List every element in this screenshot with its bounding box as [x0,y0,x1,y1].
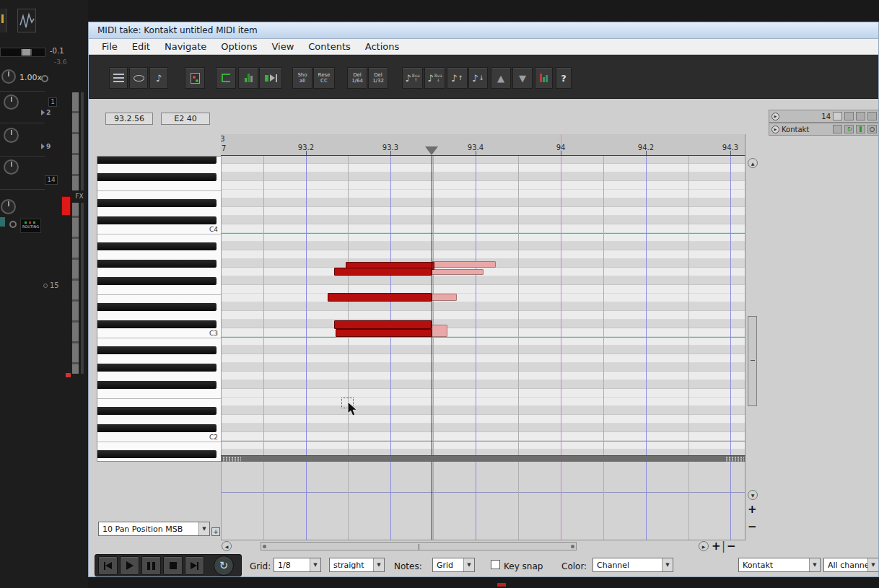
grid-row[interactable] [221,172,745,181]
midi-note-G#3[interactable] [432,261,496,268]
ruler[interactable]: 93 7 93.293.393.49494.294.3 [221,134,745,156]
piano-key-black[interactable] [97,277,217,285]
notes-size-select[interactable]: Grid ▼ [432,558,475,572]
grid-row[interactable] [221,398,745,406]
piano-key-black[interactable] [97,450,217,458]
track-play-icon[interactable]: ▶ [771,113,779,120]
scroll-up-button[interactable]: ▲ [748,158,758,168]
piano-keyboard[interactable]: C4C3C2 [97,156,221,462]
record-arm-indicator[interactable] [61,196,71,216]
piano-key-black[interactable] [97,424,217,432]
track-io-button[interactable] [856,125,865,133]
piano-key-black[interactable] [97,381,217,389]
window-titlebar[interactable]: MIDI take: Kontakt untitled MIDI item [89,22,878,39]
midi-note-C3[interactable] [430,325,447,337]
grid-row[interactable] [221,302,745,311]
stop-button[interactable] [163,556,183,575]
delete-notes-132-button[interactable]: Del 1/32 [368,67,388,89]
grid-row[interactable] [221,164,745,172]
piano-key-black[interactable] [97,364,217,372]
grid-row[interactable] [221,372,745,380]
grid-row[interactable] [221,432,745,441]
piano-key-black[interactable] [97,242,217,250]
grid-row[interactable] [221,311,745,320]
help-button[interactable]: ? [556,67,572,89]
grid-row[interactable] [221,389,745,398]
pause-button[interactable] [141,556,161,575]
grid-row[interactable] [221,441,745,449]
midi-note-C3[interactable] [336,329,432,337]
delete-notes-164-button[interactable]: Del 1/64 [347,67,367,89]
filter-events-button[interactable] [185,67,205,89]
grid-row[interactable] [221,190,745,198]
grid-row[interactable] [221,337,745,346]
grid-row[interactable] [221,181,745,190]
track-volume-fader[interactable] [0,48,45,57]
note-grid[interactable] [221,156,745,455]
piano-key-black[interactable] [97,303,217,311]
piano-key-black[interactable] [97,173,217,181]
track-select[interactable]: Kontakt ▼ [738,558,821,572]
track-env-button[interactable] [844,112,854,120]
grid-row[interactable] [221,363,745,372]
reset-cc-button[interactable]: Rese CC [313,67,335,89]
grid-size-select[interactable]: 1/8 ▼ [274,558,321,572]
play-button[interactable] [120,556,139,575]
grid-row[interactable] [221,156,745,164]
track-io-button[interactable] [856,112,865,120]
track-env-button[interactable] [833,125,842,133]
menu-options[interactable]: Options [214,40,264,53]
piano-key-black[interactable] [97,260,217,268]
show-all-button[interactable]: Sho all [292,67,312,89]
send-target-9[interactable]: 9 [41,143,51,150]
splitter-grip-left[interactable] [222,457,241,462]
semitone-up-button[interactable]: ♪ ↑ [447,67,468,89]
key-snap-checkbox[interactable] [491,560,500,569]
track-monitor-button[interactable] [867,125,877,133]
splitter-grip-right[interactable] [725,457,744,462]
color-mode-select[interactable]: Channel ▼ [592,558,673,572]
track-arm-button[interactable] [867,112,877,120]
send-knob-1[interactable] [4,95,19,110]
horizontal-zoom-in-button[interactable]: + [712,540,721,553]
move-up-button[interactable]: ▲ [491,67,511,89]
grid-row[interactable] [221,354,745,363]
midi-note-E3[interactable] [432,294,457,301]
track-fx-button[interactable] [833,112,842,120]
go-to-end-button[interactable] [185,556,204,575]
lane-splitter[interactable] [221,455,745,462]
velocity-bars-button[interactable] [238,67,258,89]
menu-navigate[interactable]: Navigate [157,40,214,53]
horizontal-zoom-out-button[interactable]: − [727,540,736,553]
grid-row[interactable] [221,328,745,337]
grid-row[interactable] [221,294,745,302]
power-icon[interactable] [41,75,48,82]
octave-down-button[interactable]: ♪ 8va↓ [424,67,445,89]
midi-note-G3[interactable] [432,269,484,275]
grid-row[interactable] [221,415,745,424]
playrate-knob[interactable] [1,69,16,84]
grid-row[interactable] [221,233,745,242]
grid-row[interactable] [221,449,745,455]
scroll-right-button[interactable]: ▶ [699,541,709,551]
fx-label[interactable]: FX [71,190,88,203]
track-play-icon[interactable]: ▶ [771,126,779,133]
grid-row[interactable] [221,285,745,294]
cc-colors-button[interactable] [535,67,553,89]
grid-row[interactable] [221,216,745,224]
menu-view[interactable]: View [264,40,301,53]
track-row-kontakt[interactable]: ▶ Kontakt ↻ [769,123,879,136]
step-input-button[interactable] [259,67,282,89]
send-knob-2[interactable] [4,128,19,143]
track-row-14[interactable]: ▶ 14 [769,110,879,123]
octave-up-button[interactable]: ♪ 8va↑ [402,67,423,89]
edit-cursor-marker[interactable] [425,146,438,155]
grid-row[interactable] [221,224,745,233]
cc-lane-selector[interactable]: 10 Pan Position MSB ▼ [98,522,210,536]
grid-row[interactable] [221,424,745,432]
routing-button[interactable]: ROUTING [20,219,41,233]
notation-mode-button[interactable]: ♪ [149,67,168,89]
track-fx-button[interactable]: ↻ [844,125,854,133]
quantize-button[interactable] [216,67,236,89]
pan-knob[interactable] [1,199,16,214]
